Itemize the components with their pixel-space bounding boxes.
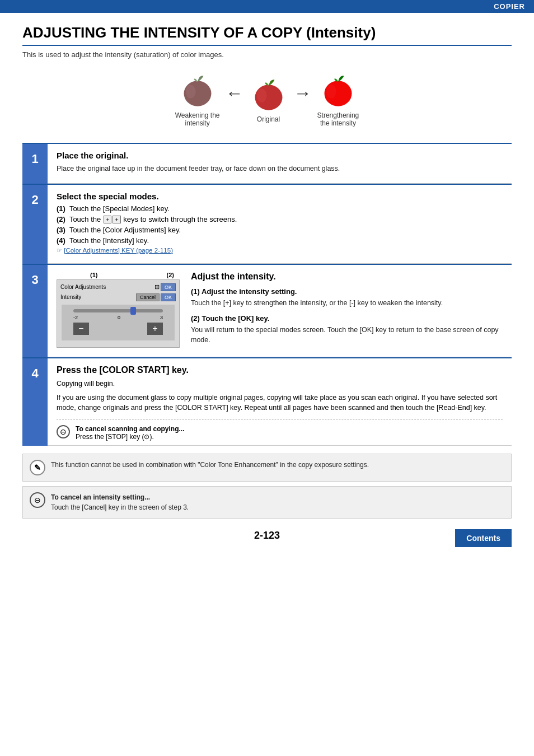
note-1: ✎ This function cannot be used in combin…	[22, 454, 512, 482]
contents-button[interactable]: Contents	[455, 529, 512, 547]
step-3-screenshot: (1) (2) Color Adjustments ⊞ OK Intensity…	[57, 272, 180, 348]
pencil-icon: ✎	[30, 460, 45, 475]
step-2-sub1: (1) Touch the [Special Modes] key.	[57, 204, 503, 213]
step-2: 2 Select the special modes. (1) Touch th…	[22, 184, 512, 264]
step-3-inner: (1) (2) Color Adjustments ⊞ OK Intensity…	[57, 272, 503, 348]
step-2-sub2-text: (2) Touch the ++ keys to switch through …	[57, 215, 237, 223]
section-label: COPIER	[494, 2, 525, 11]
slider-zero-label: 0	[118, 315, 120, 320]
step-1-content: Place the original. Place the original f…	[48, 144, 512, 184]
page-footer: 2-123 Contents	[22, 530, 512, 547]
step-3: 3 (1) (2) Color Adjustments ⊞ OK	[22, 264, 512, 357]
weakened-apple-icon	[178, 70, 217, 109]
arrow-left-icon: ←	[226, 83, 243, 104]
cancel-scanning-note: ⊖ To cancel scanning and copying... Pres…	[57, 425, 503, 441]
diagram-weakened: Weakening theintensity	[175, 70, 220, 127]
step-1-number: 1	[22, 144, 48, 184]
screen-label-intensity: Intensity	[60, 294, 135, 300]
step-4-content: Press the [COLOR START] key. Copying wil…	[48, 358, 512, 446]
page-title: ADJUSTING THE INTENSITY OF A COPY (Inten…	[22, 24, 512, 46]
step-1-heading: Place the original.	[57, 151, 503, 160]
cancel-icon: ⊖	[57, 425, 70, 438]
step-1: 1 Place the original. Place the original…	[22, 143, 512, 184]
annotation-1: (1)	[90, 272, 97, 278]
step-2-sub3: (3) Touch the [Color Adjustments] key.	[57, 226, 503, 234]
step-3-sub2-text: You will return to the special modes scr…	[191, 325, 503, 346]
step-4-text2: If you are using the document glass to c…	[57, 393, 503, 414]
step-3-sub1-text: Touch the [+] key to strengthen the inte…	[191, 298, 503, 309]
step-1-text: Place the original face up in the docume…	[57, 164, 503, 174]
diagram-strengthened: Strengtheningthe intensity	[317, 70, 359, 127]
note-2-heading: To cancel an intensity setting...	[51, 493, 150, 501]
step-3-heading: Adjust the intensity.	[191, 272, 503, 282]
step-3-right: Adjust the intensity. (1) Adjust the int…	[191, 272, 503, 348]
step-2-number: 2	[22, 185, 48, 264]
step-3-content: (1) (2) Color Adjustments ⊞ OK Intensity…	[48, 265, 512, 357]
page-subtitle: This is used to adjust the intensity (sa…	[22, 50, 512, 59]
svg-point-1	[186, 85, 196, 99]
note-2: ⊖ To cancel an intensity setting... Touc…	[22, 486, 512, 519]
step-2-content: Select the special modes. (1) Touch the …	[48, 185, 512, 264]
step-2-ref-link[interactable]: [Color Adjustments] KEY (page 2-115)	[64, 247, 173, 254]
step-4-text1: Copying will begin.	[57, 379, 503, 389]
slider-track	[73, 309, 163, 312]
plus-button[interactable]: +	[147, 323, 163, 335]
step-4: 4 Press the [COLOR START] key. Copying w…	[22, 357, 512, 446]
screen-cancel-btn[interactable]: Cancel	[136, 293, 160, 301]
arrow-right-icon: →	[294, 83, 312, 104]
diagram-original: Original	[249, 74, 288, 123]
cancel-note-heading: To cancel scanning and copying...	[76, 425, 184, 433]
step-3-sub2-heading: (2) Touch the [OK] key.	[191, 314, 503, 323]
note-1-text: This function cannot be used in combinat…	[51, 460, 369, 470]
step-2-sub4: (4) Touch the [Intensity] key.	[57, 236, 503, 245]
note-2-icon: ⊖	[30, 492, 45, 508]
slider-labels: -2 0 3	[73, 315, 163, 320]
step-3-number: 3	[22, 265, 48, 357]
weakened-label: Weakening theintensity	[175, 111, 220, 127]
annotation-2: (2)	[167, 272, 174, 278]
strengthened-label: Strengtheningthe intensity	[317, 111, 359, 127]
step-2-sub4-text: (4) Touch the [Intensity] key.	[57, 236, 149, 245]
minus-button[interactable]: −	[73, 323, 89, 335]
step-2-heading: Select the special modes.	[57, 192, 503, 201]
screen-label-color-adj: Color Adjustments	[60, 284, 152, 290]
step-2-sub2: (2) Touch the ++ keys to switch through …	[57, 215, 503, 223]
svg-point-5	[326, 85, 336, 99]
note-2-body: Touch the [Cancel] key in the screen of …	[51, 503, 189, 511]
note-2-text: To cancel an intensity setting... Touch …	[51, 492, 189, 512]
step-2-sub3-text: (3) Touch the [Color Adjustments] key.	[57, 226, 181, 234]
step-4-number: 4	[22, 358, 48, 446]
original-label: Original	[257, 115, 280, 123]
step-4-heading: Press the [COLOR START] key.	[57, 365, 503, 375]
step-2-sub1-text: (1) Touch the [Special Modes] key.	[57, 204, 170, 213]
cancel-note-body: Press the [STOP] key (⊙).	[76, 433, 154, 441]
slider-max-label: 3	[160, 315, 163, 320]
screen-icon: ⊞	[154, 283, 160, 291]
original-apple-icon	[249, 74, 288, 113]
slider-buttons: − +	[73, 323, 163, 335]
page-number: 2-123	[22, 530, 512, 542]
intensity-diagram: Weakening theintensity ← Original →	[22, 70, 512, 127]
cancel-note-text: To cancel scanning and copying... Press …	[76, 425, 184, 441]
step-3-sub1-heading: (1) Adjust the intensity setting.	[191, 287, 503, 296]
section-header: COPIER	[0, 0, 534, 13]
strengthened-apple-icon	[318, 70, 358, 109]
svg-point-3	[257, 88, 267, 102]
screen-ok-btn-1[interactable]: OK	[161, 283, 176, 291]
screen-ok-btn-2[interactable]: OK	[161, 293, 176, 301]
slider-min-label: -2	[73, 315, 78, 320]
slider-thumb[interactable]	[130, 307, 136, 315]
slider-area: -2 0 3 − +	[62, 305, 175, 340]
step-2-ref: ☞ [Color Adjustments] KEY (page 2-115)	[57, 247, 503, 254]
divider	[57, 419, 503, 419]
